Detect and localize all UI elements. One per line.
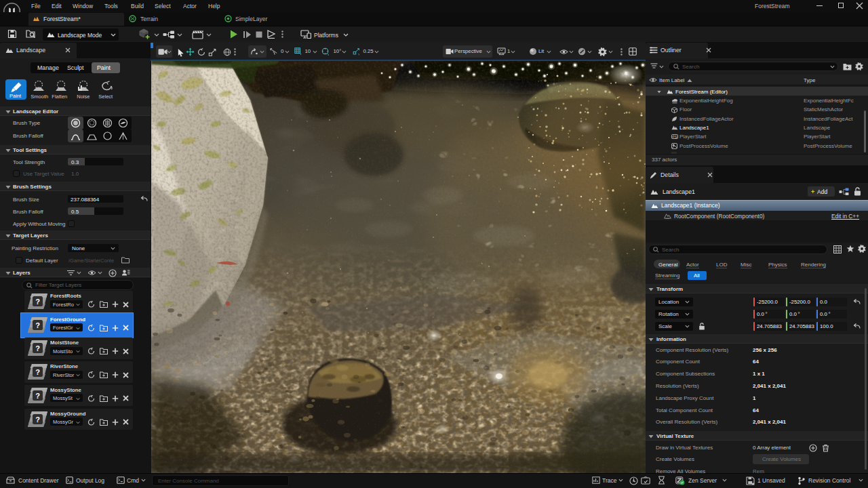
svg-text:?: ? — [35, 391, 40, 399]
svg-text:?: ? — [35, 368, 40, 376]
svg-text:?: ? — [35, 344, 40, 352]
svg-text:PS: PS — [672, 134, 677, 138]
svg-text:?: ? — [35, 321, 40, 329]
svg-text:?: ? — [35, 415, 40, 423]
svg-text:?: ? — [35, 298, 40, 306]
